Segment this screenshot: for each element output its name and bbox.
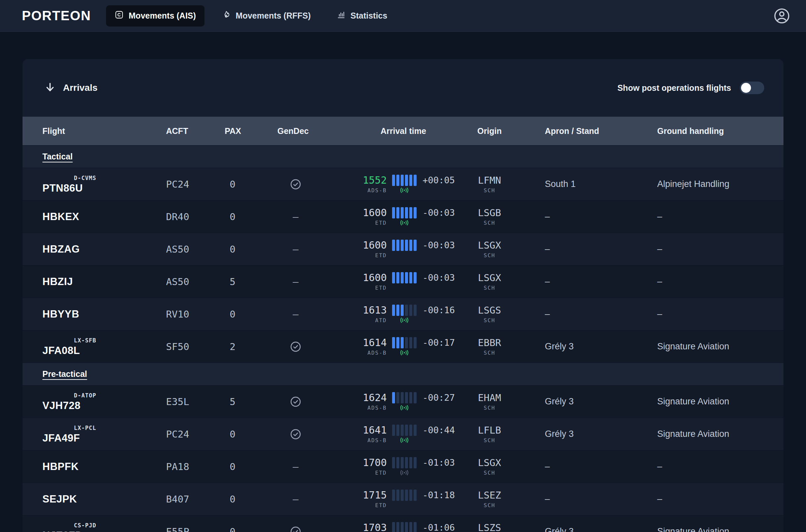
progress-bar-segment — [414, 522, 417, 532]
table-row[interactable]: HBKEX DR40 0 – 1600 ETD -00:03 LSGB SCH — [22, 200, 784, 233]
flight-code: HBZAG — [42, 243, 143, 255]
ground-handler: – — [612, 461, 784, 472]
tab-label: Statistics — [351, 11, 387, 21]
aircraft-type: SF50 — [143, 341, 202, 352]
progress-bar-segment — [414, 240, 417, 251]
tab-label: Movements (RFFS) — [236, 11, 310, 21]
time-source-label: ETD — [375, 469, 387, 477]
progress-bar-segment — [409, 457, 412, 468]
time-delta: -00:03 — [423, 239, 455, 252]
aircraft-type: PA18 — [143, 461, 202, 472]
progress-bar-segment — [401, 522, 404, 532]
user-avatar-icon[interactable] — [773, 7, 790, 24]
progress-bar-segment — [392, 240, 395, 251]
origin-code: LSGS — [478, 304, 501, 317]
aircraft-type: PC24 — [143, 429, 202, 440]
time-delta: -00:03 — [423, 207, 455, 219]
arrival-time-value: 1703 — [363, 521, 387, 532]
progress-bar-segment — [405, 522, 408, 532]
flight-progress-bars — [392, 207, 417, 219]
aircraft-type: DR40 — [143, 211, 202, 223]
aircraft-type: E35L — [143, 396, 202, 407]
arrival-time-value: 1600 — [363, 239, 387, 252]
tab-statistics[interactable]: Statistics — [328, 5, 396, 26]
table-row[interactable]: D-CVMS PTN86U PC24 0 1552 ADS-B +00:05 L… — [22, 168, 784, 200]
arrival-time-value: 1552 — [363, 174, 387, 187]
time-source-label: ADS-B — [367, 187, 387, 194]
progress-bar-segment — [414, 392, 417, 403]
origin-schedule-label: SCH — [484, 437, 496, 444]
progress-bar-segment — [401, 490, 404, 501]
progress-bar-segment — [409, 305, 412, 316]
apron-stand: Grély 3 — [503, 341, 612, 352]
ground-handler: – — [612, 494, 784, 504]
gendec-check-icon — [290, 341, 302, 353]
table-row[interactable]: CS-PJD NJE3FD E55P 0 1703 ADS-B -01:06 L… — [22, 515, 784, 532]
progress-bar-segment — [414, 490, 417, 501]
progress-bar-segment — [405, 272, 408, 283]
apron-stand: – — [503, 244, 612, 254]
apron-stand: South 1 — [503, 179, 612, 189]
progress-bar-segment — [409, 240, 412, 251]
progress-bar-segment — [401, 305, 404, 316]
pax-count: 0 — [202, 244, 261, 255]
aircraft-type: B407 — [143, 494, 202, 505]
arrival-time-value: 1613 — [363, 304, 387, 317]
ground-handler: – — [612, 211, 784, 222]
progress-bar-segment — [414, 272, 417, 283]
table-row[interactable]: HBPFK PA18 0 – 1700 ETD -01:03 LSGX SCH — [22, 450, 784, 482]
progress-bar-segment — [396, 207, 399, 218]
gendec-status: – — [261, 276, 330, 287]
apron-stand: – — [503, 309, 612, 319]
gendec-check-icon — [290, 526, 302, 532]
time-source-label: ETD — [375, 284, 387, 292]
progress-bar-segment — [392, 337, 395, 348]
flight-code: JFA49F — [42, 432, 143, 444]
tab-movements-ais[interactable]: Movements (AIS) — [106, 5, 205, 26]
gendec-status: – — [261, 309, 330, 320]
aircraft-type: AS50 — [143, 276, 202, 287]
progress-bar-segment — [396, 490, 399, 501]
origin-code: LSGX — [478, 239, 501, 252]
origin-schedule-label: SCH — [484, 219, 496, 227]
gendec-dash: – — [293, 309, 298, 320]
progress-bar-segment — [414, 457, 417, 468]
flight-progress-bars — [392, 239, 417, 252]
section-label: Tactical — [42, 152, 73, 162]
pax-count: 0 — [202, 461, 261, 472]
bar-chart-icon — [337, 10, 346, 21]
table-row[interactable]: HBZAG AS50 0 – 1600 ETD -00:03 LSGX SCH — [22, 233, 784, 265]
progress-bar-segment — [401, 392, 404, 403]
progress-bar-segment — [396, 522, 399, 532]
table-row[interactable]: HBZIJ AS50 5 – 1600 ETD -00:03 LSGX SCH — [22, 265, 784, 298]
post-operations-toggle[interactable] — [740, 81, 764, 94]
table-row[interactable]: LX-PCL JFA49F PC24 0 1641 ADS-B -00:44 L… — [22, 418, 784, 450]
tab-movements-rffs[interactable]: Movements (RFFS) — [213, 5, 319, 26]
progress-bar-segment — [405, 240, 408, 251]
progress-bar-segment — [401, 207, 404, 218]
progress-bar-segment — [409, 392, 412, 403]
signal-icon — [400, 317, 409, 324]
progress-bar-segment — [401, 337, 404, 348]
arrival-time-value: 1624 — [363, 392, 387, 404]
ground-handler: – — [612, 309, 784, 319]
table-row[interactable]: HBYYB RV10 0 – 1613 ATD -00:16 LSGS SCH — [22, 298, 784, 330]
origin-code: LSZS — [478, 521, 501, 532]
table-row[interactable]: LX-SFB JFA08L SF50 2 1614 ADS-B -00:17 E… — [22, 330, 784, 363]
signal-icon — [400, 437, 409, 444]
progress-bar-segment — [401, 175, 404, 186]
table-row[interactable]: D-ATOP VJH728 E35L 5 1624 ADS-B -00:27 E… — [22, 385, 784, 418]
origin-schedule-label: SCH — [484, 187, 496, 194]
column-header-acft: ACFT — [143, 126, 202, 136]
ground-handler: Alpinejet Handling — [612, 179, 784, 189]
progress-bar-segment — [392, 424, 395, 436]
time-delta: -00:44 — [423, 424, 455, 437]
table-row[interactable]: SEJPK B407 0 – 1715 ETD -01:18 LSEZ SCH — [22, 482, 784, 515]
flight-progress-bars — [392, 304, 417, 317]
table-header-row: Flight ACFT PAX GenDec Arrival time Orig… — [22, 117, 784, 145]
flight-progress-bars — [392, 392, 417, 404]
arrival-time-value: 1600 — [363, 207, 387, 219]
ground-handler: Signature Aviation — [612, 526, 784, 532]
time-delta: -01:03 — [423, 456, 455, 469]
flight-progress-bars — [392, 456, 417, 469]
